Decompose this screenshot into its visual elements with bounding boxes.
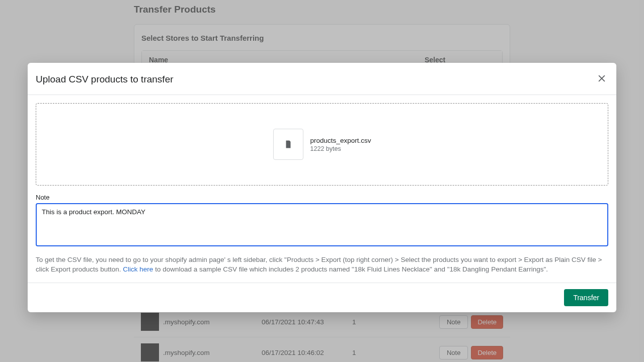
upload-csv-modal: Upload CSV products to transfer products…: [28, 63, 616, 312]
note-label: Note: [36, 194, 608, 201]
help-suffix: to download a sample CSV file which incl…: [153, 265, 548, 273]
file-dropzone[interactable]: products_export.csv 1222 bytes: [36, 103, 608, 186]
file-icon-box: [273, 129, 303, 160]
close-icon: [597, 74, 606, 83]
sample-csv-link[interactable]: Click here: [123, 265, 153, 273]
file-name: products_export.csv: [310, 137, 371, 144]
close-button[interactable]: [595, 72, 608, 86]
transfer-button[interactable]: Transfer: [564, 289, 608, 306]
file-size: 1222 bytes: [310, 145, 371, 152]
file-icon: [284, 140, 293, 149]
modal-title: Upload CSV products to transfer: [36, 74, 174, 85]
note-input[interactable]: [36, 203, 608, 246]
help-text: To get the CSV file, you need to go to y…: [36, 255, 608, 275]
